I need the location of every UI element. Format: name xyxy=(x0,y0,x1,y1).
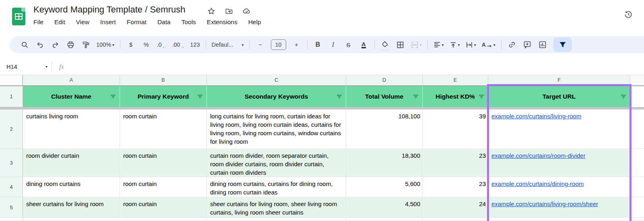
undo-icon[interactable] xyxy=(35,39,45,51)
decrease-font-size-button[interactable]: − xyxy=(256,39,265,51)
vertical-align-button[interactable]: ▾ xyxy=(450,39,460,51)
header-cell-secondary-keywords[interactable]: Secondary Keywords xyxy=(207,86,346,107)
cell-cluster-name[interactable]: room divider curtain xyxy=(23,149,120,177)
format-percent-button[interactable]: % xyxy=(141,39,151,51)
cell-empty[interactable] xyxy=(120,218,207,221)
cell-total-volume[interactable]: 4,500 xyxy=(346,197,423,218)
cell-primary-keyword[interactable]: room curtain xyxy=(120,149,207,177)
star-icon[interactable] xyxy=(207,7,216,16)
cell-primary-keyword[interactable]: room curtain xyxy=(120,197,207,218)
horizontal-align-button[interactable]: ▾ xyxy=(433,39,444,51)
text-color-button[interactable]: A xyxy=(359,39,369,51)
create-filter-button-active[interactable] xyxy=(553,37,572,52)
cell-highest-kd[interactable]: 24 xyxy=(423,197,488,218)
column-header-f[interactable]: F xyxy=(488,75,630,85)
increase-font-size-button[interactable]: + xyxy=(292,39,301,51)
target-url-link[interactable]: example.com/curtains/room-divider xyxy=(491,152,585,159)
target-url-link[interactable]: example.com/curtains/living-room xyxy=(491,113,581,120)
move-to-folder-icon[interactable] xyxy=(225,7,233,16)
print-icon[interactable] xyxy=(66,39,75,51)
cell-secondary-keywords[interactable]: dining room curtains, curtains for dinin… xyxy=(207,177,346,197)
decrease-decimals-button[interactable]: .0← xyxy=(157,39,166,51)
cell-total-volume[interactable]: 18,300 xyxy=(346,149,423,177)
search-icon[interactable] xyxy=(20,39,29,51)
cell-secondary-keywords[interactable]: sheer curtains for living room, sheer li… xyxy=(207,197,346,218)
cell-secondary-keywords[interactable]: long curtains for living room, curtain i… xyxy=(207,109,346,149)
row-number-6[interactable] xyxy=(0,218,23,221)
row-number-2[interactable]: 2 xyxy=(0,109,23,149)
row-number-1[interactable]: 1 xyxy=(0,86,23,107)
zoom-select[interactable]: 100%▾ xyxy=(96,39,114,51)
bold-button[interactable]: B xyxy=(313,39,323,51)
cell-empty[interactable] xyxy=(207,218,346,221)
target-url-link[interactable]: example.com/curtains/living-room/sheer xyxy=(491,200,598,207)
text-rotation-button[interactable]: A ▾ xyxy=(482,39,495,51)
filter-icon[interactable] xyxy=(197,95,203,99)
cell-highest-kd[interactable]: 23 xyxy=(423,149,488,177)
column-header-a[interactable]: A xyxy=(23,75,120,85)
strikethrough-button[interactable]: S xyxy=(344,39,353,51)
cell-primary-keyword[interactable]: room curtain xyxy=(120,109,207,149)
header-cell-cluster-name[interactable]: Cluster Name xyxy=(23,86,120,107)
paint-format-icon[interactable] xyxy=(81,39,91,51)
cell-total-volume[interactable]: 108,100 xyxy=(346,109,423,149)
menu-edit[interactable]: Edit xyxy=(54,19,65,26)
menu-data[interactable]: Data xyxy=(157,19,171,26)
column-header-b[interactable]: B xyxy=(120,75,207,85)
format-currency-button[interactable]: $ xyxy=(126,39,136,51)
menu-insert[interactable]: Insert xyxy=(100,19,116,26)
cell-primary-keyword[interactable]: room curtain xyxy=(120,177,207,197)
cloud-saved-icon[interactable] xyxy=(242,7,251,16)
borders-button[interactable] xyxy=(396,39,405,51)
cell-highest-kd[interactable]: 23 xyxy=(423,177,488,197)
cell-empty[interactable] xyxy=(488,218,630,221)
cell-cluster-name[interactable]: sheer curtains for living room xyxy=(23,197,120,218)
italic-button[interactable]: I xyxy=(328,39,338,51)
more-formats-button[interactable]: 123 xyxy=(190,39,200,51)
header-cell-highest-kd[interactable]: Highest KD% xyxy=(423,86,488,107)
cell-empty[interactable] xyxy=(23,218,120,221)
cell-empty[interactable] xyxy=(346,218,423,221)
menu-view[interactable]: View xyxy=(76,19,89,26)
fill-color-button[interactable] xyxy=(380,39,390,51)
insert-comment-icon[interactable] xyxy=(522,39,532,51)
text-wrapping-button[interactable]: ▾ xyxy=(466,39,476,51)
cell-secondary-keywords[interactable]: curtain room divider, room separator cur… xyxy=(207,149,346,177)
filter-icon[interactable] xyxy=(413,95,419,99)
cell-highest-kd[interactable]: 39 xyxy=(423,109,488,149)
filter-icon[interactable] xyxy=(479,95,484,99)
insert-link-icon[interactable] xyxy=(507,39,517,51)
sheets-logo-icon[interactable] xyxy=(12,8,25,25)
cell-total-volume[interactable]: 5,600 xyxy=(346,177,423,197)
header-cell-primary-keyword[interactable]: Primary Keyword xyxy=(120,86,207,107)
cell-cluster-name[interactable]: dining room curtains xyxy=(23,177,120,197)
insert-chart-icon[interactable] xyxy=(538,39,547,51)
menu-format[interactable]: Format xyxy=(127,19,147,26)
target-url-link[interactable]: example.com/curtains/dining-room xyxy=(491,180,584,187)
column-header-d[interactable]: D xyxy=(346,75,423,85)
select-all-corner[interactable] xyxy=(0,75,23,85)
menu-tools[interactable]: Tools xyxy=(182,19,196,26)
column-header-e[interactable]: E xyxy=(423,75,488,85)
cell-empty[interactable] xyxy=(423,218,488,221)
increase-decimals-button[interactable]: .00→ xyxy=(172,39,184,51)
menu-help[interactable]: Help xyxy=(248,19,261,26)
version-history-icon[interactable] xyxy=(624,10,633,19)
cell-cluster-name[interactable]: curtains living room xyxy=(23,109,120,149)
font-select[interactable]: Defaul...▾ xyxy=(212,39,244,51)
name-box[interactable]: H14 ▾ xyxy=(0,64,52,70)
header-cell-target-url[interactable]: Target URL xyxy=(488,86,630,107)
row-number-5[interactable]: 5 xyxy=(0,197,23,218)
row-number-4[interactable]: 4 xyxy=(0,177,23,197)
row-number-3[interactable]: 3 xyxy=(0,149,23,177)
column-header-c[interactable]: C xyxy=(207,75,346,85)
merge-cells-button[interactable]: ▾ xyxy=(411,39,422,51)
redo-icon[interactable] xyxy=(50,39,60,51)
menu-extensions[interactable]: Extensions xyxy=(207,19,237,26)
menu-file[interactable]: File xyxy=(33,19,43,26)
filter-icon[interactable] xyxy=(110,95,116,99)
header-cell-total-volume[interactable]: Total Volume xyxy=(346,86,423,107)
filter-icon[interactable] xyxy=(336,95,342,99)
font-size-input[interactable]: 10 xyxy=(271,39,286,51)
filter-icon[interactable] xyxy=(621,95,626,99)
